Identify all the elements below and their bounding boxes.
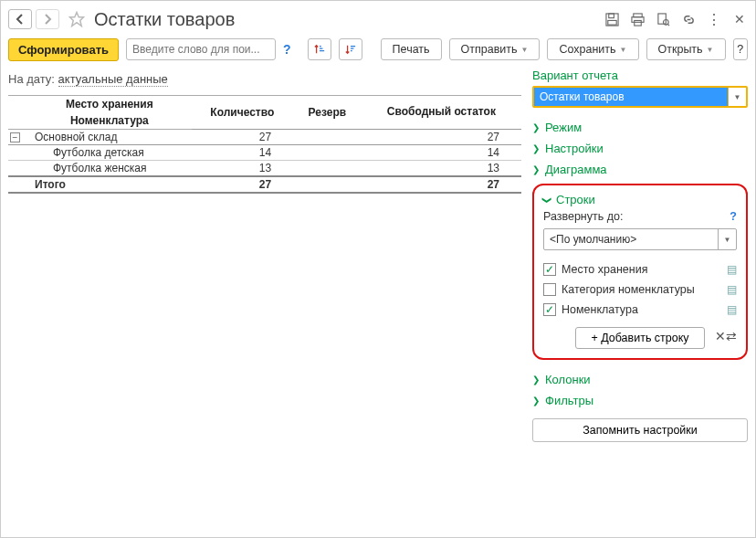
svg-rect-2 — [608, 13, 614, 17]
toolbar: Сформировать ? Печать Отправить▼ Сохрани… — [8, 34, 748, 65]
date-filter-label: На дату: — [8, 72, 55, 86]
send-button[interactable]: Отправить▼ — [449, 38, 541, 60]
data-grid: Место хранения Количество Резерв Свободн… — [8, 95, 521, 194]
col-qty-header: Количество — [192, 96, 293, 130]
svg-rect-5 — [631, 16, 643, 22]
checkbox-icon[interactable] — [543, 283, 556, 296]
row-field-category[interactable]: Категория номенклатуры ▤ — [543, 280, 737, 300]
add-row-button[interactable]: + Добавить строку — [575, 327, 704, 349]
expand-to-value: <По умолчанию> — [544, 229, 718, 249]
field-options-icon[interactable]: ▤ — [727, 283, 737, 296]
help-button[interactable]: ? — [733, 38, 748, 60]
svg-marker-0 — [70, 13, 84, 26]
group-name: Основной склад — [27, 130, 192, 145]
checkbox-icon[interactable] — [543, 263, 556, 276]
chevron-right-icon: ❯ — [532, 164, 540, 174]
row-field-storage[interactable]: Место хранения ▤ — [543, 259, 737, 280]
date-filter-value[interactable]: актуальные данные — [58, 72, 168, 87]
more-menu-icon[interactable]: ⋮ — [706, 11, 722, 27]
table-total-row: Итого 27 27 — [8, 176, 521, 193]
variant-select[interactable]: Остатки товаров ▼ — [532, 86, 748, 108]
svg-rect-7 — [657, 13, 665, 23]
col-storage-header: Место хранения — [27, 96, 192, 113]
close-icon[interactable]: ✕ — [731, 11, 748, 27]
print-button[interactable]: Печать — [381, 38, 442, 60]
section-mode[interactable]: ❯Режим — [532, 117, 748, 138]
col-free-header: Свободный остаток — [362, 96, 521, 130]
variant-dropdown-icon[interactable]: ▼ — [728, 88, 746, 106]
open-button[interactable]: Открыть▼ — [646, 38, 726, 60]
variant-title: Вариант отчета — [532, 69, 748, 82]
titlebar: Остатки товаров ⋮ ✕ — [8, 6, 748, 32]
date-filter: На дату: актуальные данные — [8, 72, 521, 86]
svg-rect-6 — [634, 20, 641, 26]
search-input[interactable] — [126, 38, 276, 60]
svg-rect-3 — [607, 20, 615, 25]
app-window: Остатки товаров ⋮ ✕ Сформировать ? — [0, 0, 756, 538]
checkbox-icon[interactable] — [543, 303, 556, 316]
table-row[interactable]: Футболка женская 13 13 — [8, 161, 521, 177]
expand-to-label: Развернуть до: — [543, 210, 623, 223]
table-group-row[interactable]: − Основной склад 27 27 — [8, 130, 521, 145]
collapse-toggle-icon[interactable]: − — [10, 132, 20, 142]
settings-panel: Вариант отчета Остатки товаров ▼ ❯Режим … — [532, 69, 748, 530]
field-options-icon[interactable]: ▤ — [727, 303, 737, 316]
nav-back-button[interactable] — [8, 9, 32, 29]
generate-button[interactable]: Сформировать — [8, 38, 119, 61]
preview-icon[interactable] — [655, 11, 671, 27]
print-icon[interactable] — [629, 11, 646, 27]
nav-forward-button[interactable] — [36, 9, 59, 29]
save-disk-icon[interactable] — [604, 11, 620, 27]
sort-desc-button[interactable] — [339, 38, 362, 60]
search-help-icon[interactable]: ? — [283, 42, 291, 57]
save-button[interactable]: Сохранить▼ — [547, 38, 638, 60]
row-field-nomenclature[interactable]: Номенклатура ▤ — [543, 300, 737, 320]
chevron-right-icon: ❯ — [532, 143, 540, 153]
section-filters[interactable]: ❯Фильтры — [532, 390, 748, 411]
field-options-icon[interactable]: ▤ — [727, 263, 737, 276]
table-row[interactable]: Футболка детская 14 14 — [8, 145, 521, 161]
col-reserve-header: Резерв — [293, 96, 362, 130]
section-diagram[interactable]: ❯Диаграмма — [532, 159, 748, 180]
remember-settings-button[interactable]: Запомнить настройки — [532, 418, 748, 442]
section-rows[interactable]: ❯Строки — [543, 193, 737, 210]
link-icon[interactable] — [680, 11, 697, 27]
favorite-star-icon[interactable] — [67, 9, 87, 29]
rows-panel: ❯Строки Развернуть до: ? <По умолчанию> … — [532, 184, 748, 360]
shuffle-icon[interactable]: ✕⇄ — [715, 329, 737, 343]
chevron-down-icon[interactable]: ▼ — [718, 229, 736, 249]
content: На дату: актуальные данные Место хранени… — [8, 69, 748, 530]
page-title: Остатки товаров — [94, 9, 600, 30]
chevron-right-icon: ❯ — [532, 396, 540, 406]
variant-value: Остатки товаров — [534, 88, 728, 106]
report-area: На дату: актуальные данные Место хранени… — [8, 69, 532, 530]
col-nomenclature-header: Номенклатура — [27, 112, 192, 130]
expand-to-combo[interactable]: <По умолчанию> ▼ — [543, 228, 737, 250]
chevron-right-icon: ❯ — [532, 122, 540, 132]
chevron-right-icon: ❯ — [532, 374, 540, 385]
section-settings[interactable]: ❯Настройки — [532, 138, 748, 159]
section-columns[interactable]: ❯Колонки — [532, 369, 748, 390]
chevron-down-icon: ❯ — [542, 196, 552, 204]
rows-help-icon[interactable]: ? — [730, 210, 737, 223]
sort-asc-button[interactable] — [308, 38, 331, 60]
